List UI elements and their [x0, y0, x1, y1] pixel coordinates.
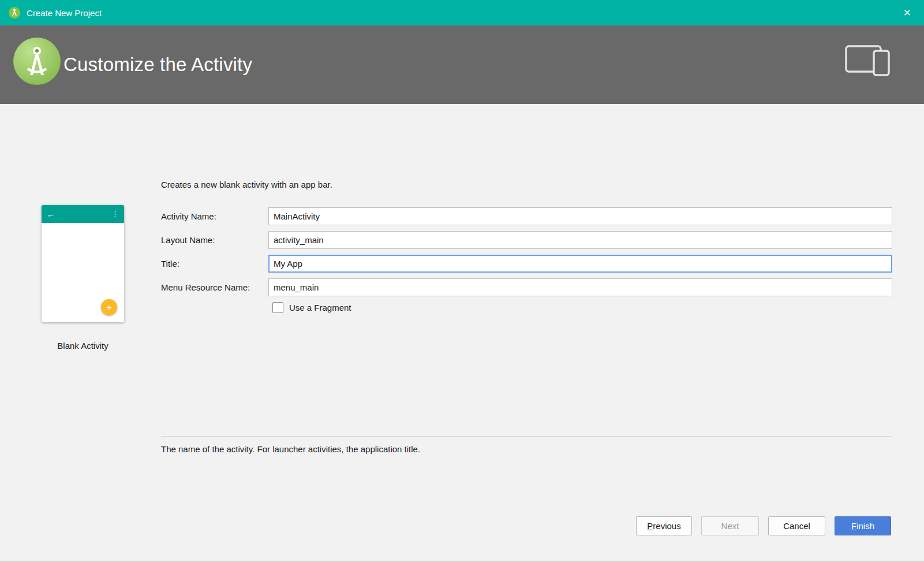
divider: [161, 436, 892, 437]
form-row: Menu Resource Name:: [161, 278, 892, 296]
activity-name-input[interactable]: [268, 207, 892, 225]
cancel-button[interactable]: Cancel: [768, 516, 825, 535]
cancel-label: Cancel: [783, 521, 810, 531]
previous-label: revious: [653, 521, 680, 531]
window-title: Create New Project: [27, 8, 102, 18]
finish-button[interactable]: Finish: [835, 516, 891, 535]
form-row: Title:: [161, 255, 892, 273]
android-studio-icon: [8, 6, 21, 19]
page-title: Customize the Activity: [63, 54, 252, 76]
android-studio-logo: [13, 37, 61, 85]
next-label: Next: [721, 521, 739, 531]
template-description: Creates a new blank activity with an app…: [161, 180, 332, 189]
wizard-buttons: Previous Next Cancel Finish: [636, 516, 891, 535]
activity-name-label: Activity Name:: [161, 211, 268, 221]
fab-plus-icon: +: [101, 299, 117, 315]
help-text: The name of the activity. For launcher a…: [161, 444, 420, 454]
next-button[interactable]: Next: [701, 516, 759, 535]
layout-name-input[interactable]: [268, 231, 892, 249]
wizard-header: Customize the Activity: [0, 25, 924, 104]
back-arrow-icon: ←: [47, 210, 55, 218]
preview-label: Blank Activity: [42, 341, 124, 351]
menu-resource-name-input[interactable]: [268, 278, 892, 296]
menu-resource-name-label: Menu Resource Name:: [161, 282, 268, 292]
form-factor-icon: [845, 45, 890, 76]
title-label: Title:: [161, 259, 268, 269]
finish-accel: F: [851, 521, 856, 531]
previous-accel: P: [647, 521, 653, 531]
form-row: Layout Name:: [161, 231, 892, 249]
blank-activity-preview[interactable]: ← ⋮ +: [42, 205, 124, 322]
activity-form: Activity Name: Layout Name: Title: Menu …: [161, 207, 892, 313]
finish-label: inish: [856, 521, 874, 531]
close-button[interactable]: ✕: [889, 0, 916, 25]
previous-button[interactable]: Previous: [636, 516, 692, 535]
title-input[interactable]: [268, 255, 892, 273]
layout-name-label: Layout Name:: [161, 235, 268, 245]
create-new-project-dialog: Create New Project ✕ Customize the Activ…: [0, 0, 924, 562]
form-row: Activity Name:: [161, 207, 892, 225]
titlebar: Create New Project ✕: [0, 0, 924, 25]
overflow-menu-icon: ⋮: [111, 210, 119, 218]
use-fragment-checkbox[interactable]: [272, 302, 283, 313]
fragment-checkbox-row: Use a Fragment: [272, 302, 892, 313]
use-fragment-label: Use a Fragment: [289, 303, 351, 312]
preview-appbar: ← ⋮: [42, 205, 124, 223]
